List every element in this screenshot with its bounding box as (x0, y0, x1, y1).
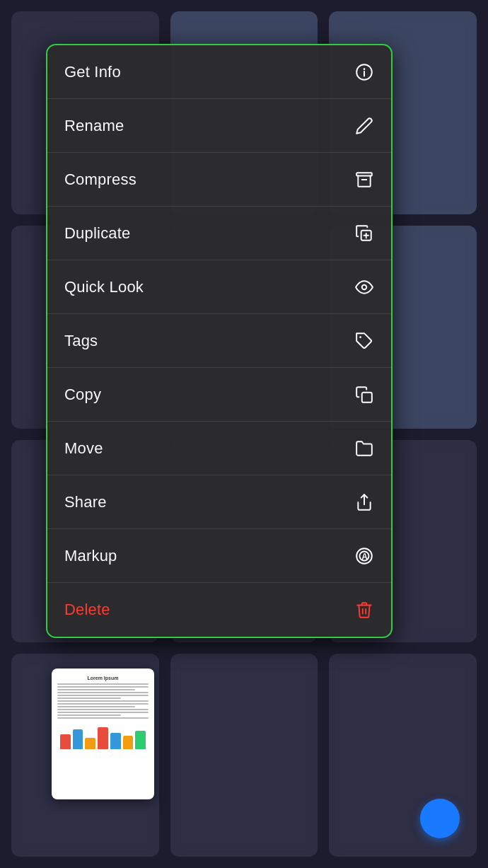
doc-line-3 (57, 689, 135, 690)
doc-line-13 (57, 717, 149, 719)
menu-item-share[interactable]: Share (47, 475, 391, 529)
rename-label: Rename (64, 117, 124, 135)
svg-rect-3 (356, 173, 372, 175)
doc-line-7 (57, 700, 149, 702)
folder-icon (354, 439, 374, 458)
doc-line-12 (57, 714, 121, 716)
copy-icon (354, 385, 374, 405)
doc-line-1 (57, 683, 149, 685)
markup-label: Markup (64, 547, 117, 565)
tags-label: Tags (64, 332, 98, 350)
menu-item-delete[interactable]: Delete (47, 583, 391, 637)
quick-look-label: Quick Look (64, 278, 144, 296)
chart-bar-5 (110, 733, 121, 749)
doc-line-9 (57, 706, 135, 707)
trash-icon (354, 600, 374, 620)
menu-item-tags[interactable]: Tags (47, 314, 391, 368)
doc-line-11 (57, 712, 149, 713)
context-menu: Get Info Rename Compress (46, 44, 393, 638)
duplicate-icon (354, 224, 374, 243)
menu-item-compress[interactable]: Compress (47, 153, 391, 207)
doc-title: Lorem Ipsum (57, 676, 149, 681)
archive-icon (354, 170, 374, 190)
pencil-icon (354, 116, 374, 136)
tag-icon (354, 331, 374, 351)
share-icon (354, 492, 374, 512)
menu-item-quick-look[interactable]: Quick Look (47, 260, 391, 314)
share-label: Share (64, 493, 107, 511)
duplicate-label: Duplicate (64, 224, 131, 243)
chart-bar-2 (73, 729, 83, 749)
menu-item-get-info[interactable]: Get Info (47, 45, 391, 99)
doc-line-8 (57, 703, 149, 705)
delete-label: Delete (64, 601, 110, 619)
chart-bar-7 (135, 731, 146, 749)
menu-item-move[interactable]: Move (47, 422, 391, 475)
chart-bar-6 (123, 736, 134, 749)
get-info-label: Get Info (64, 63, 121, 81)
svg-text:A: A (361, 551, 368, 561)
doc-line-6 (57, 698, 121, 699)
menu-item-markup[interactable]: Markup A (47, 529, 391, 583)
menu-item-rename[interactable]: Rename (47, 99, 391, 153)
bg-item-11 (170, 654, 318, 857)
doc-line-2 (57, 686, 149, 688)
eye-icon (354, 277, 374, 297)
doc-line-4 (57, 692, 149, 693)
chart-bar-1 (60, 734, 71, 749)
doc-line-10 (57, 709, 149, 710)
chart-bar-3 (85, 738, 95, 749)
document-thumbnail[interactable]: Lorem Ipsum (52, 669, 154, 799)
menu-item-duplicate[interactable]: Duplicate (47, 207, 391, 260)
doc-lines (57, 683, 149, 719)
menu-item-copy[interactable]: Copy (47, 368, 391, 422)
markup-icon: A (354, 546, 374, 566)
move-label: Move (64, 439, 103, 458)
info-circle-icon (354, 62, 374, 82)
svg-rect-10 (362, 392, 372, 402)
svg-point-8 (362, 284, 367, 289)
action-button[interactable] (420, 799, 460, 838)
compress-label: Compress (64, 170, 136, 189)
doc-line-5 (57, 695, 149, 696)
chart-bar-4 (98, 727, 108, 750)
copy-label: Copy (64, 386, 101, 404)
doc-chart (57, 724, 149, 749)
